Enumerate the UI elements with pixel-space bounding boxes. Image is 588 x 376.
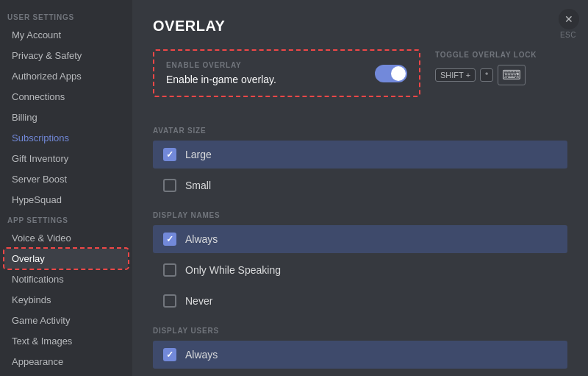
display-users-speaking-option[interactable]: Only While Speaking (153, 372, 567, 376)
sidebar-item-overlay[interactable]: Overlay (4, 249, 128, 269)
close-button[interactable]: ✕ (559, 9, 579, 29)
sidebar-item-subscriptions[interactable]: Subscriptions (4, 128, 128, 148)
avatar-large-label: Large (185, 149, 212, 160)
app-settings-section-label: App Settings (0, 210, 132, 227)
avatar-large-option[interactable]: ✓ Large (153, 141, 567, 169)
sidebar-item-notifications[interactable]: Notifications (4, 269, 128, 289)
avatar-size-header: Avatar Size (153, 127, 567, 135)
toggle-lock-label: Toggle Overlay Lock (435, 51, 567, 59)
sidebar: User Settings My Account Privacy & Safet… (0, 0, 132, 376)
display-users-always-checkbox: ✓ (163, 348, 176, 361)
display-names-never-option[interactable]: Never (153, 287, 567, 315)
sidebar-item-text-images[interactable]: Text & Images (4, 331, 128, 351)
sidebar-item-my-account[interactable]: My Account (4, 25, 128, 45)
sidebar-item-billing[interactable]: Billing (4, 107, 128, 127)
checkmark-icon-2: ✓ (166, 234, 173, 244)
avatar-small-checkbox (163, 179, 176, 192)
avatar-small-option[interactable]: Small (153, 171, 567, 199)
sidebar-item-connections[interactable]: Connections (4, 87, 128, 107)
esc-label: ESC (560, 31, 576, 39)
enable-overlay-desc: Enable in-game overlay. (166, 74, 276, 85)
display-names-never-label: Never (185, 295, 212, 307)
page-title: Overlay (153, 18, 567, 35)
display-names-always-option[interactable]: ✓ Always (153, 225, 567, 253)
star-key-badge: * (480, 68, 493, 82)
keyboard-icon: ⌨ (498, 65, 526, 85)
sidebar-item-authorized-apps[interactable]: Authorized Apps (4, 66, 128, 86)
display-names-always-checkbox: ✓ (163, 233, 176, 246)
main-content: ✕ ESC Overlay Enable Overlay Enable in-g… (132, 0, 588, 376)
sidebar-item-appearance[interactable]: Appearance (4, 352, 128, 372)
avatar-large-checkbox: ✓ (163, 148, 176, 161)
display-names-speaking-label: Only While Speaking (185, 264, 281, 276)
sidebar-item-server-boost[interactable]: Server Boost (4, 169, 128, 189)
display-names-speaking-checkbox (163, 263, 176, 277)
display-names-header: Display Names (153, 211, 567, 219)
checkmark-icon: ✓ (166, 149, 173, 160)
display-names-never-checkbox (163, 294, 176, 308)
sidebar-item-voice-video[interactable]: Voice & Video (4, 228, 128, 248)
sidebar-item-privacy-safety[interactable]: Privacy & Safety (4, 46, 128, 65)
toggle-lock-section: Toggle Overlay Lock SHIFT + * ⌨ (435, 49, 567, 85)
sidebar-item-keybinds[interactable]: Keybinds (4, 290, 128, 310)
display-users-always-label: Always (185, 349, 218, 361)
sidebar-item-game-activity[interactable]: Game Activity (4, 311, 128, 330)
enable-overlay-toggle[interactable] (375, 65, 407, 82)
enable-overlay-box: Enable Overlay Enable in-game overlay. (153, 49, 420, 97)
shift-key-badge: SHIFT + (435, 68, 476, 82)
display-users-always-option[interactable]: ✓ Always (153, 341, 567, 369)
display-names-speaking-option[interactable]: Only While Speaking (153, 256, 567, 284)
sidebar-item-gift-inventory[interactable]: Gift Inventory (4, 149, 128, 169)
display-users-header: Display Users (153, 327, 567, 335)
enable-overlay-label: Enable Overlay (166, 61, 276, 69)
toggle-lock-key: SHIFT + * ⌨ (435, 65, 567, 85)
avatar-small-label: Small (185, 180, 211, 191)
user-settings-section-label: User Settings (0, 7, 132, 24)
enable-overlay-left: Enable Overlay Enable in-game overlay. (166, 61, 276, 85)
checkmark-icon-3: ✓ (166, 350, 173, 360)
display-names-always-label: Always (185, 233, 218, 245)
sidebar-item-hypesquad[interactable]: HypeSquad (4, 190, 128, 210)
